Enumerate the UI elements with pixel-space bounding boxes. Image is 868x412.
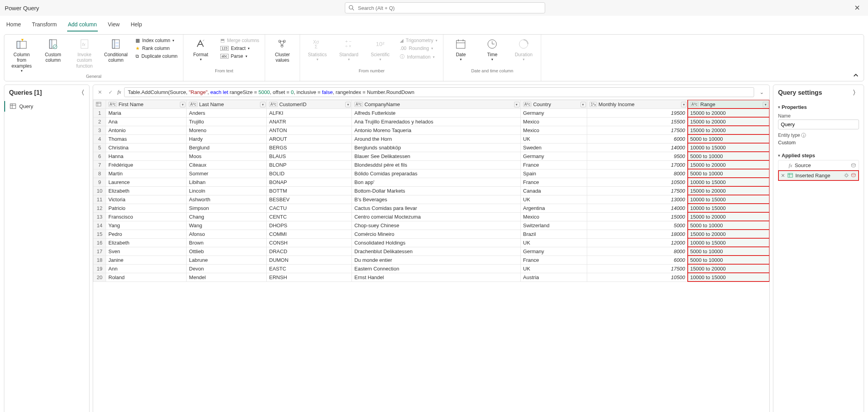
cell[interactable]: 10000 to 15000 [688, 178, 769, 186]
row-number[interactable]: 2 [93, 117, 106, 126]
cell[interactable]: BLAUS [267, 152, 352, 160]
cell[interactable]: ANATR [267, 117, 352, 126]
cell[interactable]: Libihan [187, 178, 267, 186]
cell[interactable]: EASTC [267, 264, 352, 273]
datatype-icon[interactable]: Aᴮc [523, 102, 532, 107]
cell[interactable]: Switzerland [520, 221, 587, 230]
merge-columns-button[interactable]: ⬒Merge columns [219, 37, 261, 44]
table-row[interactable]: 6HannaMoosBLAUSBlauer See DelikatessenGe… [93, 152, 769, 160]
cell[interactable]: Around the Horn [352, 134, 521, 143]
row-number[interactable]: 8 [93, 169, 106, 178]
column-filter-button[interactable]: ▾ [514, 102, 520, 107]
cell[interactable]: 5000 to 10000 [688, 247, 769, 256]
row-number[interactable]: 16 [93, 238, 106, 247]
tab-add-column[interactable]: Add column [67, 19, 98, 31]
cell[interactable]: Comércio Mineiro [352, 230, 521, 238]
step-inserted-range[interactable]: ✕ Inserted Range [778, 171, 859, 180]
cell[interactable]: Afonso [187, 230, 267, 238]
ribbon-collapse-button[interactable] [853, 72, 859, 79]
cell[interactable]: Citeaux [187, 160, 267, 169]
table-row[interactable]: 11VictoriaAshworthBESBEVB's BeveragesUK1… [93, 195, 769, 204]
cell[interactable]: Ottlieb [187, 247, 267, 256]
cell[interactable]: Mexico [520, 212, 587, 221]
cell[interactable]: 15000 to 20000 [688, 264, 769, 273]
cell[interactable]: CONSH [267, 238, 352, 247]
table-row[interactable]: 15PedroAfonsoCOMMIComércio MineiroBrazil… [93, 230, 769, 238]
cell[interactable]: BESBEV [267, 195, 352, 204]
duplicate-column-button[interactable]: ⧉Duplicate column [134, 53, 179, 60]
cell[interactable]: 10000 to 15000 [688, 143, 769, 152]
table-row[interactable]: 3AntonioMorenoANTONAntonio Moreno Taquer… [93, 126, 769, 134]
cell[interactable]: Laurence [106, 178, 187, 186]
cell[interactable]: Trujillo [187, 117, 267, 126]
cell[interactable]: Elizabeth [106, 238, 187, 247]
table-row[interactable]: 17SvenOttliebDRACDDrachenblut Delikatess… [93, 247, 769, 256]
cell[interactable]: Bólido Comidas preparadas [352, 169, 521, 178]
search-input[interactable] [345, 2, 545, 13]
table-row[interactable]: 20RolandMendelERNSHErnst HandelAustria10… [93, 273, 769, 281]
column-filter-button[interactable]: ▾ [260, 102, 266, 107]
column-filter-button[interactable]: ▾ [580, 102, 586, 107]
table-row[interactable]: 13FransciscoChangCENTCCentro comercial M… [93, 212, 769, 221]
cell[interactable]: Antonio Moreno Taqueria [352, 126, 521, 134]
cell[interactable]: 6000 [587, 134, 687, 143]
table-row[interactable]: 1MariaAndersALFKIAlfreds FutterkisteGerm… [93, 109, 769, 117]
rank-column-button[interactable]: ★Rank column [134, 45, 179, 52]
column-filter-button[interactable]: ▾ [345, 102, 351, 107]
queries-collapse-button[interactable]: 〈 [78, 89, 84, 97]
cell[interactable]: 17000 [587, 160, 687, 169]
cell[interactable]: 8000 [587, 169, 687, 178]
cell[interactable]: 15500 [587, 117, 687, 126]
query-name-input[interactable] [778, 120, 859, 129]
cell[interactable]: 9500 [587, 152, 687, 160]
formula-expand-button[interactable]: ⌄ [757, 89, 766, 95]
cell[interactable]: Alfreds Futterkiste [352, 109, 521, 117]
row-number[interactable]: 20 [93, 273, 106, 281]
column-header[interactable]: AᴮcRange▾ [688, 100, 769, 109]
column-header[interactable]: 1²₃Monthly Income▾ [587, 100, 687, 109]
cell[interactable]: BOLID [267, 169, 352, 178]
datatype-icon[interactable]: Aᴮc [269, 102, 278, 107]
table-row[interactable]: 8MartinSommerBOLIDBólido Comidas prepara… [93, 169, 769, 178]
cell[interactable]: Ana [106, 117, 187, 126]
cell[interactable]: Bon app' [352, 178, 521, 186]
scientific-button[interactable]: 10² Scientific ▾ [367, 37, 394, 62]
column-filter-button[interactable]: ▾ [681, 102, 687, 107]
column-from-examples-button[interactable]: Column from examples ▾ [8, 37, 35, 73]
table-row[interactable]: 5ChristinaBerglundBERGSBerglunds snabbkö… [93, 143, 769, 152]
cell[interactable]: Canada [520, 186, 587, 195]
cell[interactable]: UK [520, 134, 587, 143]
delete-step-button[interactable]: ✕ [781, 173, 785, 178]
cell[interactable]: UK [520, 195, 587, 204]
query-item[interactable]: Query [4, 101, 89, 112]
cell[interactable]: Christina [106, 143, 187, 152]
row-number[interactable]: 18 [93, 256, 106, 264]
cell[interactable]: Berglund [187, 143, 267, 152]
cell[interactable]: Simpson [187, 204, 267, 212]
row-number[interactable]: 13 [93, 212, 106, 221]
row-number[interactable]: 10 [93, 186, 106, 195]
cell[interactable]: Franscisco [106, 212, 187, 221]
cell[interactable]: Victoria [106, 195, 187, 204]
cell[interactable]: Roland [106, 273, 187, 281]
cell[interactable]: Germany [520, 152, 587, 160]
cell[interactable]: Labrune [187, 256, 267, 264]
cell[interactable]: 15000 to 20000 [688, 230, 769, 238]
table-row[interactable]: 7FrédériqueCiteauxBLONPBlondesddsl pére … [93, 160, 769, 169]
applied-steps-header[interactable]: Applied steps [778, 151, 859, 160]
row-number[interactable]: 3 [93, 126, 106, 134]
cell[interactable]: Patricio [106, 204, 187, 212]
standard-button[interactable]: + −÷ × Standard ▾ [335, 37, 362, 62]
datatype-icon[interactable]: Aᴮc [189, 102, 198, 107]
properties-header[interactable]: Properties [778, 103, 859, 112]
cell[interactable]: 15000 [587, 212, 687, 221]
cell[interactable]: France [520, 160, 587, 169]
cell[interactable]: 15000 to 20000 [688, 126, 769, 134]
table-row[interactable]: 9LaurenceLibihanBONAPBon app'France10500… [93, 178, 769, 186]
cell[interactable]: COMMI [267, 230, 352, 238]
cell[interactable]: ANTON [267, 126, 352, 134]
date-button[interactable]: Date ▾ [447, 37, 474, 62]
cell[interactable]: Thomas [106, 134, 187, 143]
cell[interactable]: 12000 [587, 238, 687, 247]
tab-transform[interactable]: Transform [31, 19, 57, 31]
